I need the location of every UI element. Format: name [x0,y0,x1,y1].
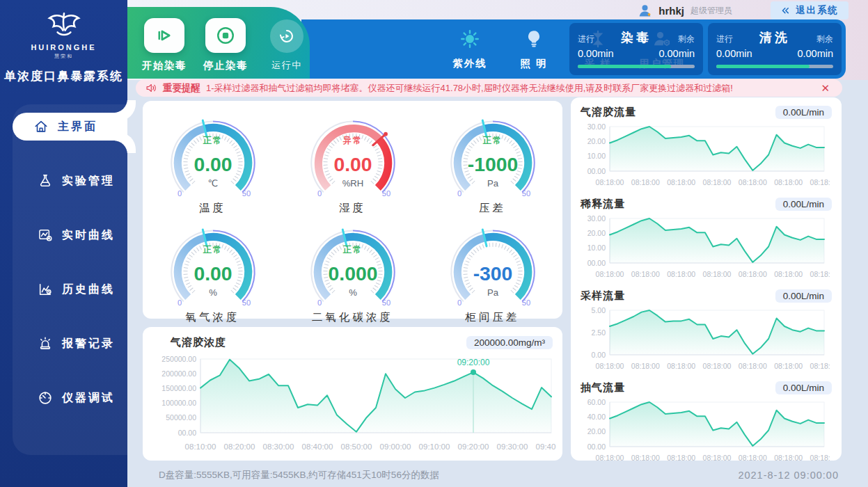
close-alert-icon[interactable]: ✕ [818,82,833,95]
start-exposure-button[interactable]: 开始染毒 [141,18,187,72]
svg-text:%: % [349,287,357,298]
svg-text:00.00: 00.00 [587,167,606,175]
svg-text:0.00: 0.00 [194,262,232,285]
svg-text:00.00: 00.00 [178,429,196,437]
svg-text:异常: 异常 [342,136,362,145]
alert-message: 1-采样过滤器和抽气过滤箱均即将堵塞。仪器还可继续运行41.78小时,届时仪器将… [206,82,812,95]
svg-text:08:18:00: 08:18:00 [631,178,660,186]
svg-text:08:50:00: 08:50:00 [341,442,372,451]
svg-text:2.50: 2.50 [592,328,606,337]
sidebar-item-6[interactable]: 仪器调试 [13,384,127,412]
svg-text:30.00: 30.00 [587,214,606,223]
sidebar-panel: 主界面实验管理实时曲线历史曲线报警记录仪器调试 [13,104,127,455]
timer-remaining-value: 0.00min [658,48,695,59]
svg-text:50: 50 [242,298,250,307]
svg-text:08:18:00: 08:18:00 [739,270,767,278]
switch-label: 照 明 [520,57,547,70]
timer-title: 染毒 [621,29,652,46]
svg-text:08:18:00: 08:18:00 [631,362,660,370]
alarm-icon [38,336,53,351]
svg-text:%RH: %RH [342,178,363,189]
timer-running-label: 进行 [578,33,594,45]
switch-2[interactable]: 照 明 [505,29,563,70]
svg-text:08:18:00: 08:18:00 [810,178,830,186]
chart-value-badge: 0.00L/min [775,198,832,211]
stop-exposure-button[interactable]: 停止染毒 [203,18,248,72]
running-status: 运行中 [264,18,310,72]
sidebar-item-1[interactable]: 主界面 [13,113,127,141]
home-icon [33,119,49,134]
timer-remaining-value: 0.00min [797,48,833,59]
username: hrhkj [658,5,684,17]
gauge-card: 正常0.00℃050温度异常0.00%RH050湿度正常-1000Pa050压差… [143,101,562,319]
svg-text:20.00: 20.00 [587,229,606,237]
gauge-label: 二氧化碳浓度 [312,310,393,325]
svg-text:08:18:00: 08:18:00 [631,270,660,278]
svg-text:40.00: 40.00 [587,413,606,421]
svg-text:%: % [209,287,217,298]
logout-button[interactable]: 退出系统 [771,1,849,19]
experiment-icon [38,173,53,189]
svg-text:08:18:00: 08:18:00 [810,270,830,278]
svg-text:08:18:00: 08:18:00 [703,178,732,186]
svg-text:50000.00: 50000.00 [166,413,196,422]
svg-text:30.00: 30.00 [587,122,606,131]
svg-text:50: 50 [242,189,250,198]
chart-title: 抽气流量 [581,381,625,394]
flow-chart-list: 气溶胶流量0.00L/min30.0020.0010.0000.0008:18:… [581,103,832,470]
main-area: hrhkj 超级管理员 退出系统 开始染毒 [127,0,868,487]
aerosol-concentration-chart: 250000.00200000.00150000.00100000.005000… [143,351,562,459]
history-curve-icon [38,282,53,297]
gauge-grid: 正常0.00℃050温度异常0.00%RH050湿度正常-1000Pa050压差… [143,101,562,325]
svg-text:20.00: 20.00 [587,137,606,145]
timer-progress [578,65,695,68]
svg-text:150000.00: 150000.00 [161,384,196,392]
function-toolbar: 紫外线照 明采 样用户管理 进行染毒剩余0.00min0.00min进行清洗剩余… [301,19,846,79]
sidebar-menu: 主界面实验管理实时曲线历史曲线报警记录仪器调试 [13,104,127,412]
avatar [638,3,652,18]
svg-text:08:18:00: 08:18:00 [774,178,803,186]
timer-panel-2: 进行清洗剩余0.00min0.00min [708,23,842,75]
svg-text:08:18:00: 08:18:00 [703,362,732,370]
svg-text:正常: 正常 [342,245,362,255]
flow-chart-2: 稀释流量0.00L/min30.0020.0010.0000.0008:18:0… [581,195,832,287]
user-strip: hrhkj 超级管理员 退出系统 [127,0,849,21]
svg-text:08:18:00: 08:18:00 [596,362,624,370]
user-role: 超级管理员 [691,5,732,17]
flow-chart-1: 气溶胶流量0.00L/min30.0020.0010.0000.0008:18:… [581,103,832,195]
svg-text:50: 50 [521,189,530,198]
svg-text:50: 50 [521,298,530,307]
sidebar-item-4[interactable]: 历史曲线 [13,276,127,303]
sidebar-item-5[interactable]: 报警记录 [13,330,127,358]
svg-text:08:30:00: 08:30:00 [263,442,294,451]
timer-running-value: 0.00min [578,48,614,59]
svg-text:09:20:00: 09:20:00 [458,442,489,451]
chart-value-badge: 0.00L/min [775,106,832,119]
svg-text:08:18:00: 08:18:00 [774,362,803,370]
svg-text:08:18:00: 08:18:00 [596,270,624,278]
sidebar-item-label: 报警记录 [62,337,115,351]
chart-value-badge: 0.00L/min [775,381,832,394]
sidebar-item-label: 实时曲线 [62,228,115,243]
svg-text:08:18:00: 08:18:00 [810,362,830,370]
gauge-3: 正常-1000Pa050压差 [423,106,562,216]
svg-text:08:18:00: 08:18:00 [667,362,695,370]
gauge-label: 柜间压差 [466,310,520,325]
sidebar-item-label: 主界面 [58,120,97,134]
gauge-1: 正常0.00℃050温度 [143,106,283,216]
speaker-icon [145,82,157,94]
gauge-6: -300Pa050柜间压差 [423,216,562,325]
svg-text:08:18:00: 08:18:00 [739,178,767,186]
sidebar-item-2[interactable]: 实验管理 [13,167,127,195]
svg-text:08:18:00: 08:18:00 [667,178,695,186]
brand-logo-icon [40,10,88,42]
timer-panels: 进行染毒剩余0.00min0.00min进行清洗剩余0.00min0.00min [569,23,842,75]
svg-text:℃: ℃ [207,178,218,189]
stop-icon [215,25,236,46]
sidebar-item-3[interactable]: 实时曲线 [13,221,127,249]
logo: HUIRONGHE 慧荣和 [0,0,127,60]
chart-value-badge: 0.00L/min [775,289,832,303]
switch-1[interactable]: 紫外线 [441,29,499,70]
svg-text:08:40:00: 08:40:00 [302,442,333,451]
gauge-label: 氧气浓度 [186,310,240,325]
